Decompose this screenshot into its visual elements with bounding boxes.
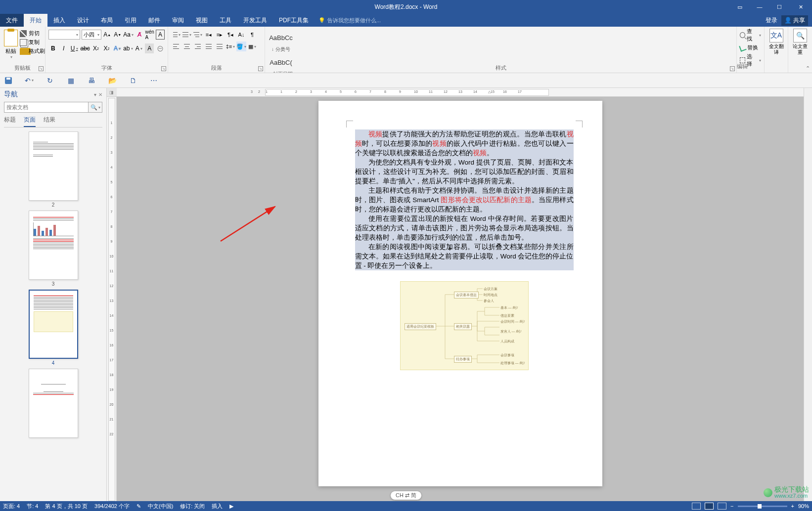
bullets-button[interactable]: ▾ bbox=[171, 30, 181, 40]
status-insert[interactable]: 插入 bbox=[212, 503, 223, 510]
paragraph-3[interactable]: 主题和样式也有助于文档保持协调。当您单击设计并选择新的主题时，图片、图表或 Sm… bbox=[355, 186, 574, 214]
thumb-page-3[interactable]: 3 bbox=[29, 211, 78, 287]
show-marks-button[interactable]: ¶ bbox=[247, 30, 257, 40]
qat-more-button[interactable]: ⋯ bbox=[149, 76, 158, 85]
char-border-button[interactable]: A bbox=[156, 30, 165, 40]
nav-search-input[interactable] bbox=[4, 102, 88, 112]
zoom-value[interactable]: 90% bbox=[798, 503, 809, 509]
nav-tab-headings[interactable]: 标题 bbox=[4, 116, 16, 127]
dialog-launcher[interactable]: ↘ bbox=[39, 66, 44, 71]
justify-button[interactable] bbox=[204, 42, 214, 51]
numbering-button[interactable]: ▾ bbox=[182, 30, 192, 40]
cut-button[interactable]: 剪切 bbox=[20, 30, 45, 37]
nav-thumbnails[interactable]: 2 3 4 bbox=[4, 131, 102, 501]
collСАР-ribbon-button[interactable]: ⌃ bbox=[806, 65, 810, 72]
font-color-button[interactable]: A▾ bbox=[135, 43, 143, 53]
ime-indicator[interactable]: CH ⇄ 简 bbox=[390, 491, 422, 500]
multilevel-button[interactable]: ▾ bbox=[193, 30, 203, 40]
vertical-ruler-track[interactable]: 12345678910111213141516171819202122 bbox=[108, 98, 115, 501]
qat-save-button[interactable] bbox=[4, 76, 13, 85]
paragraph-2[interactable]: 为使您的文档具有专业外观，Word 提供了页眉、页脚、封面和文本框设计，这些设计… bbox=[355, 158, 574, 186]
shading-button[interactable]: 🪣▾ bbox=[236, 42, 246, 51]
tab-view[interactable]: 视图 bbox=[190, 14, 214, 27]
distribute-button[interactable] bbox=[215, 42, 225, 51]
view-print-button[interactable] bbox=[705, 503, 714, 510]
qat-new-button[interactable]: 🗋 bbox=[129, 76, 137, 85]
superscript-button[interactable]: X2 bbox=[102, 43, 111, 53]
sort-button[interactable]: A↓ bbox=[236, 30, 246, 40]
ltr-button[interactable]: ¶◂ bbox=[226, 30, 235, 40]
nav-dropdown-icon[interactable]: ▾ bbox=[94, 92, 96, 97]
qat-open-button[interactable]: 📂 bbox=[108, 76, 117, 85]
copy-button[interactable]: 复制 bbox=[20, 39, 45, 46]
change-case-button[interactable]: Aa▾ bbox=[124, 30, 134, 40]
italic-button[interactable]: I bbox=[59, 43, 68, 53]
style-item-0[interactable]: AaBbCc↓ 分类号 bbox=[267, 29, 295, 53]
nav-tab-pages[interactable]: 页面 bbox=[24, 116, 36, 127]
status-section[interactable]: 节: 4 bbox=[27, 503, 38, 510]
format-painter-button[interactable]: 格式刷 bbox=[20, 47, 45, 55]
status-spellcheck-icon[interactable]: ✎ bbox=[136, 503, 141, 510]
ribbon-options-icon[interactable]: ▭ bbox=[730, 0, 750, 14]
mindmap-image[interactable]: 通用会议纪要模板 会议基本信息 会议方案 时间地点 参会人 相关议题 基本 — … bbox=[400, 281, 529, 370]
paragraph-5[interactable]: 在新的阅读视图中阅读更加容易。可以折叠文档某些部分并关注所需文本。如果在达到结尾… bbox=[355, 242, 574, 270]
minimize-button[interactable]: ― bbox=[750, 0, 769, 14]
thumb-page-5[interactable] bbox=[29, 369, 78, 438]
dialog-launcher[interactable]: ↘ bbox=[161, 66, 166, 71]
zoom-slider[interactable] bbox=[738, 506, 787, 507]
document-page[interactable]: 视频提供了功能强大的方法帮助您证明您的观点。当您单击联机视频时，可以在想要添加的… bbox=[318, 101, 602, 486]
status-language[interactable]: 中文(中国) bbox=[148, 503, 173, 510]
nav-tab-results[interactable]: 结果 bbox=[44, 116, 55, 127]
strikethrough-button[interactable]: abc bbox=[80, 43, 90, 53]
view-read-button[interactable] bbox=[692, 503, 701, 510]
dialog-launcher[interactable]: ↘ bbox=[730, 66, 735, 71]
tab-pdf[interactable]: PDF工具集 bbox=[273, 14, 315, 27]
vertical-scrollbar[interactable] bbox=[804, 88, 812, 501]
tab-design[interactable]: 设计 bbox=[71, 14, 95, 27]
underline-button[interactable]: U▾ bbox=[70, 43, 79, 53]
qat-undo-button[interactable]: ↶▾ bbox=[25, 76, 34, 85]
paragraph-4[interactable]: 使用在需要位置出现的新按钮在 Word 中保存时间。若要更改图片适应文档的方式，… bbox=[355, 214, 574, 242]
zoom-in-button[interactable]: + bbox=[791, 503, 794, 509]
paste-button[interactable]: 粘贴 ▾ bbox=[3, 29, 19, 59]
tab-review[interactable]: 审阅 bbox=[166, 14, 190, 27]
status-track[interactable]: 修订: 关闭 bbox=[180, 503, 205, 510]
tab-developer[interactable]: 开发工具 bbox=[237, 14, 273, 27]
enclose-char-button[interactable]: ㊀ bbox=[155, 43, 164, 53]
borders-button[interactable]: ▦▾ bbox=[247, 42, 257, 51]
nav-close-button[interactable]: ✕ bbox=[98, 92, 102, 97]
thumb-page-2[interactable]: 2 bbox=[29, 131, 78, 208]
tab-tools[interactable]: 工具 bbox=[214, 14, 237, 27]
dialog-launcher[interactable]: ↘ bbox=[258, 66, 263, 71]
horizontal-ruler[interactable]: 321 1234567891011121314△151617 bbox=[117, 88, 804, 97]
replace-button[interactable]: 替换 bbox=[740, 44, 761, 51]
align-center-button[interactable] bbox=[182, 42, 192, 51]
login-button[interactable]: 登录 bbox=[766, 16, 777, 25]
phonetic-guide-button[interactable]: wénA bbox=[145, 30, 154, 40]
shrink-font-button[interactable]: A▼ bbox=[113, 30, 122, 40]
qat-preview-button[interactable]: ▦ bbox=[66, 76, 75, 85]
status-words[interactable]: 394/2402 个字 bbox=[94, 503, 130, 510]
status-page[interactable]: 页面: 4 bbox=[3, 503, 20, 510]
highlight-button[interactable]: ab▾ bbox=[123, 43, 133, 53]
line-spacing-button[interactable]: ‡≡▾ bbox=[226, 42, 235, 51]
zoom-out-button[interactable]: − bbox=[730, 503, 733, 509]
share-button[interactable]: 👤共享 bbox=[781, 15, 808, 26]
bold-button[interactable]: B bbox=[48, 43, 57, 53]
document-area[interactable]: 321 1234567891011121314△151617 视频提供了功能强大… bbox=[117, 88, 804, 501]
translate-button[interactable]: 文A 全文翻译 bbox=[765, 27, 788, 73]
maximize-button[interactable]: ☐ bbox=[769, 0, 789, 14]
find-button[interactable]: 查找▾ bbox=[740, 28, 761, 43]
align-left-button[interactable] bbox=[171, 42, 181, 51]
tab-insert[interactable]: 插入 bbox=[47, 14, 71, 27]
tell-me-search[interactable]: 💡 告诉我您想要做什么... bbox=[318, 14, 381, 27]
tab-mailings[interactable]: 邮件 bbox=[142, 14, 166, 27]
view-web-button[interactable] bbox=[718, 503, 726, 510]
decrease-indent-button[interactable]: ≡◂ bbox=[204, 30, 214, 40]
char-shading-button[interactable]: A bbox=[145, 43, 154, 53]
increase-indent-button[interactable]: ≡▸ bbox=[215, 30, 225, 40]
paragraph-1[interactable]: 视频提供了功能强大的方法帮助您证明您的观点。当您单击联机视频时，可以在想要添加的… bbox=[355, 129, 574, 158]
font-size-select[interactable]: 小四▾ bbox=[82, 30, 101, 40]
qat-print-button[interactable]: 🖶 bbox=[87, 76, 96, 85]
subscript-button[interactable]: X2 bbox=[91, 43, 100, 53]
